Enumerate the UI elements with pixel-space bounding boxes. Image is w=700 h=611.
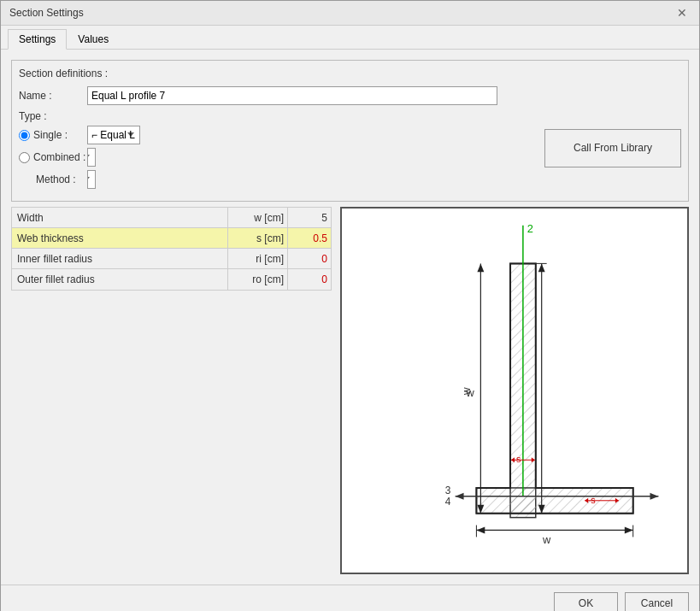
- combined-row: Combined :: [19, 148, 538, 167]
- single-row: Single : ⌐ Equal L: [19, 126, 538, 144]
- main-area: Width w [cm] 5 Web thickness s [cm] 0.5 …: [11, 207, 689, 574]
- main-content: Section definitions : Name : Type : Sing…: [1, 50, 699, 585]
- right-panel: 2 3 4: [340, 207, 689, 574]
- single-select[interactable]: ⌐ Equal L: [87, 126, 140, 144]
- table-row: Inner fillet radius ri [cm] 0: [12, 249, 331, 269]
- title-bar: Section Settings ✕: [1, 1, 699, 26]
- method-row: Method :: [19, 170, 538, 189]
- cancel-button[interactable]: Cancel: [625, 592, 689, 611]
- prop-value-web[interactable]: 0.5: [288, 228, 331, 248]
- cross-section-svg: 2 3 4: [342, 209, 687, 573]
- name-input[interactable]: [87, 86, 497, 105]
- prop-name-inner: Inner fillet radius: [12, 249, 228, 268]
- name-row: Name :: [19, 86, 681, 105]
- left-panel: Width w [cm] 5 Web thickness s [cm] 0.5 …: [11, 207, 332, 574]
- svg-text:4: 4: [445, 496, 451, 508]
- type-label: Type :: [19, 110, 681, 122]
- combined-radio[interactable]: [19, 152, 30, 163]
- prop-value-width[interactable]: 5: [288, 208, 331, 227]
- tab-settings[interactable]: Settings: [8, 29, 67, 50]
- prop-unit-inner: ri [cm]: [228, 249, 288, 268]
- method-label: Method :: [19, 173, 87, 185]
- name-label: Name :: [19, 90, 87, 102]
- prop-unit-web: s [cm]: [228, 228, 288, 248]
- single-radio-label[interactable]: Single :: [19, 129, 87, 141]
- prop-unit-width: w [cm]: [228, 208, 288, 227]
- properties-table: Width w [cm] 5 Web thickness s [cm] 0.5 …: [11, 207, 332, 291]
- prop-name-outer: Outer fillet radius: [12, 269, 228, 290]
- tab-bar: Settings Values: [1, 26, 699, 50]
- svg-text:s: s: [591, 495, 596, 505]
- section-settings-dialog: Section Settings ✕ Settings Values Secti…: [0, 0, 700, 611]
- call-from-library-button[interactable]: Call From Library: [544, 129, 681, 167]
- table-row: Width w [cm] 5: [12, 208, 331, 228]
- ok-button[interactable]: OK: [554, 592, 618, 611]
- svg-text:s: s: [516, 454, 521, 464]
- prop-value-inner[interactable]: 0: [288, 249, 331, 268]
- dialog-title: Section Settings: [9, 7, 84, 19]
- section-definitions-box: Section definitions : Name : Type : Sing…: [11, 60, 689, 202]
- single-radio[interactable]: [19, 130, 30, 141]
- section-definitions-label: Section definitions :: [19, 68, 681, 79]
- prop-name-web: Web thickness: [12, 228, 228, 248]
- prop-value-outer[interactable]: 0: [288, 269, 331, 290]
- close-button[interactable]: ✕: [674, 6, 691, 20]
- combined-radio-label[interactable]: Combined :: [19, 151, 87, 163]
- svg-text:2: 2: [527, 222, 533, 235]
- svg-text:w: w: [466, 386, 475, 399]
- combined-label: Combined :: [33, 151, 85, 163]
- method-select[interactable]: [87, 170, 96, 189]
- svg-text:w: w: [542, 533, 551, 546]
- footer: OK Cancel: [1, 585, 699, 611]
- tab-values[interactable]: Values: [67, 29, 120, 49]
- prop-unit-outer: ro [cm]: [228, 269, 288, 290]
- table-row: Outer fillet radius ro [cm] 0: [12, 269, 331, 290]
- table-row: Web thickness s [cm] 0.5: [12, 228, 331, 249]
- prop-name-width: Width: [12, 208, 228, 227]
- single-label: Single :: [33, 129, 68, 141]
- diagram-area: 2 3 4: [340, 207, 689, 574]
- combined-select[interactable]: [87, 148, 96, 167]
